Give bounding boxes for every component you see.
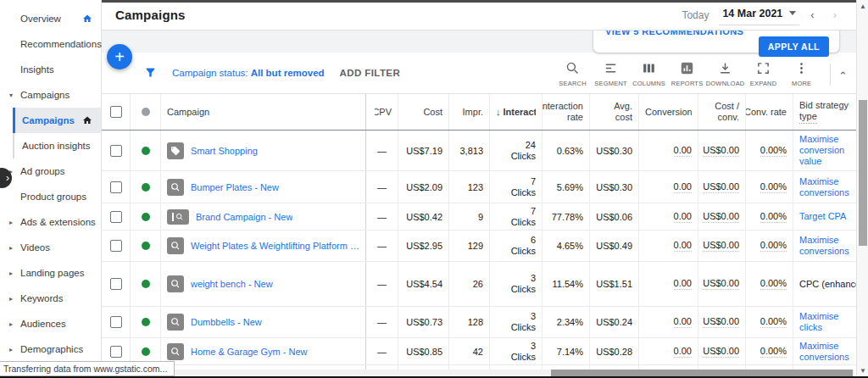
column-header-campaign[interactable]: Campaign [161, 94, 366, 130]
status-enabled-dot-icon[interactable] [142, 213, 150, 221]
column-header-bid-strategy[interactable]: Bid strategytype [793, 94, 856, 130]
campaign-link[interactable]: Smart Shopping [191, 146, 258, 156]
status-filter-dot-icon[interactable] [142, 108, 150, 116]
table-toolbar: SEARCHSEGMENTCOLUMNSREPORTSDOWNLOADEXPAN… [554, 58, 821, 87]
sidebar-item-auction-insights[interactable]: Auction insights [13, 133, 101, 158]
bid-strategy-link[interactable]: Target CPA [799, 211, 846, 222]
interaction-rate-cell: 11.54% [542, 262, 590, 306]
table-row: Weight Plates & Weightlifting Platform -… [102, 231, 856, 262]
bid-strategy-link[interactable]: Maximise conversions [799, 176, 850, 198]
status-enabled-dot-icon[interactable] [142, 183, 150, 192]
row-checkbox[interactable] [110, 211, 122, 223]
columns-tool-button[interactable]: COLUMNS [630, 58, 668, 87]
segment-tool-button[interactable]: SEGMENT [592, 58, 630, 87]
apply-all-button[interactable]: APPLY ALL [759, 36, 829, 57]
row-select-cell [102, 203, 131, 230]
select-all-checkbox[interactable] [110, 106, 122, 118]
column-header-sel[interactable] [102, 94, 131, 130]
horizontal-scrollbar[interactable] [102, 370, 854, 376]
sidebar-item-landing-pages[interactable]: ▸Landing pages [0, 260, 101, 286]
row-checkbox[interactable] [110, 278, 122, 290]
column-header-interaction-rate[interactable]: Interaction rate [542, 94, 590, 130]
tool-label: REPORTS [671, 80, 704, 87]
sidebar-item-videos[interactable]: ▸Videos [0, 235, 101, 260]
scroll-down-arrow-icon[interactable]: ▼ [857, 367, 868, 375]
sidebar-item-campaigns[interactable]: ▾Campaigns [0, 82, 101, 108]
status-enabled-dot-icon[interactable] [142, 318, 150, 326]
campaign-link[interactable]: weight bench - New [191, 279, 273, 289]
date-range-picker[interactable]: 14 Mar 2021 [719, 5, 799, 25]
columns-icon [642, 61, 656, 77]
row-checkbox[interactable] [110, 145, 122, 157]
collapse-table-button[interactable]: ⌃ [838, 69, 848, 82]
impressions-cell: 42 [449, 338, 490, 364]
row-checkbox[interactable] [110, 240, 122, 252]
campaign-link[interactable]: Home & Garage Gym - New [191, 347, 308, 357]
column-header-interactions[interactable]: ↓Interactions [490, 94, 542, 130]
interaction-rate-cell: 7.14% [542, 338, 590, 364]
table-row: Brand Campaign - New—US$0.4297Clicks77.7… [102, 203, 856, 231]
tool-label: DOWNLOAD [706, 80, 745, 87]
expand-tool-button[interactable]: EXPAND [744, 58, 782, 87]
campaign-link[interactable]: Brand Campaign - New [196, 212, 292, 222]
status-enabled-dot-icon[interactable] [142, 147, 150, 155]
bid-strategy-link[interactable]: Maximise conversion value [799, 134, 850, 167]
add-filter-button[interactable]: ADD FILTER [340, 68, 401, 78]
campaign-link[interactable]: Weight Plates & Weightlifting Platform -… [191, 241, 359, 251]
search-campaign-icon [167, 275, 184, 292]
search-campaign-icon [167, 314, 184, 331]
impressions-cell: 3,813 [449, 131, 490, 170]
sidebar-item-keywords[interactable]: ▸Keywords [0, 286, 101, 311]
sidebar-item-insights[interactable]: Insights [0, 57, 101, 82]
bid-strategy-link[interactable]: Maximise conversions [799, 341, 850, 363]
status-enabled-dot-icon[interactable] [142, 242, 150, 250]
window-top-edge [102, 0, 856, 3]
next-period-button[interactable]: › [826, 8, 844, 21]
vertical-scrollbar-thumb[interactable] [859, 100, 867, 246]
row-checkbox[interactable] [110, 316, 122, 328]
impressions-cell: 26 [449, 262, 490, 306]
more-tool-button[interactable]: MORE [782, 58, 821, 87]
download-tool-button[interactable]: DOWNLOAD [706, 58, 744, 87]
reports-tool-button[interactable]: REPORTS [668, 58, 706, 87]
search-tool-button[interactable]: SEARCH [554, 58, 592, 87]
column-header-cpv[interactable]: CPV [366, 94, 398, 130]
bid-strategy-cell: Target CPA [793, 203, 856, 230]
cost-per-conv-cell: US$0.00 [698, 131, 746, 170]
column-header-impr[interactable]: Impr. [449, 94, 490, 130]
sidebar-item-ad-groups[interactable]: ▸Ad groups [0, 158, 101, 184]
scroll-up-arrow-icon[interactable]: ▲ [857, 3, 868, 10]
new-campaign-fab[interactable]: + [107, 44, 132, 69]
horizontal-scrollbar-thumb[interactable] [551, 370, 853, 376]
previous-period-button[interactable]: ‹ [803, 8, 821, 21]
column-header-conv-rate[interactable]: Conv. rate [746, 94, 793, 130]
sidebar-item-demographics[interactable]: ▸Demographics [0, 336, 101, 362]
sidebar-item-ads-extensions[interactable]: ▸Ads & extensions [0, 209, 101, 235]
row-checkbox[interactable] [110, 181, 122, 193]
campaign-link[interactable]: Dumbbells - New [191, 317, 262, 327]
column-header-cost-conv[interactable]: Cost / conv. [698, 94, 746, 130]
row-checkbox[interactable] [110, 346, 122, 358]
sidebar-item-campaigns[interactable]: Campaigns [13, 108, 101, 133]
column-header-conversions[interactable]: Conversions [639, 94, 698, 130]
sidebar-item-recommendations[interactable]: Recommendations [0, 31, 101, 57]
sidebar-item-audiences[interactable]: ▸Audiences [0, 311, 101, 336]
cost-cell: US$2.95 [398, 231, 449, 261]
sidebar-item-overview[interactable]: Overview [0, 6, 101, 31]
campaign-status-cell [131, 203, 161, 230]
vertical-scrollbar[interactable]: ▲ ▼ [856, 0, 868, 378]
conversions-cell: 0.00 [639, 231, 698, 261]
status-enabled-dot-icon[interactable] [142, 280, 150, 288]
bid-strategy-link[interactable]: Maximise clicks [799, 311, 850, 333]
bid-strategy-link[interactable]: Maximise conversions [799, 235, 850, 257]
campaign-link[interactable]: Bumper Plates - New [191, 182, 279, 192]
conv-rate-cell: 0.00% [746, 262, 793, 306]
interaction-rate-cell: 5.69% [542, 171, 590, 203]
column-header-avg-cost[interactable]: Avg. cost [590, 94, 639, 130]
column-header-cost[interactable]: Cost [398, 94, 449, 130]
sidebar-item-product-groups[interactable]: Product groups [0, 184, 101, 209]
status-enabled-dot-icon[interactable] [142, 347, 150, 356]
campaign-status-filter[interactable]: Campaign status: All but removed [172, 68, 325, 78]
campaign-status-cell [131, 231, 161, 261]
interactions-cell: 3Clicks [490, 338, 542, 364]
